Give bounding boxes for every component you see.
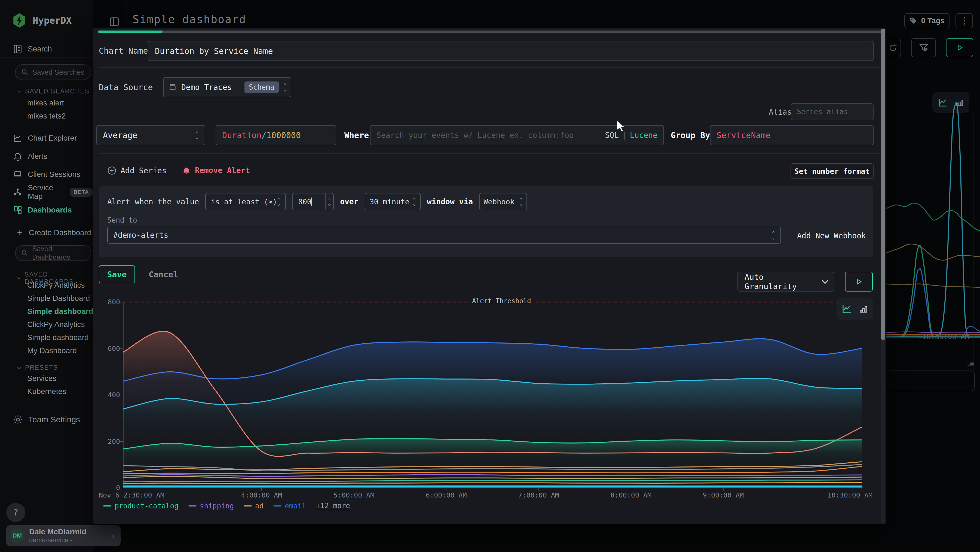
list-item[interactable]: Kubernetes xyxy=(0,385,93,398)
where-placeholder: Search your events w/ Lucene ex. column:… xyxy=(377,131,574,140)
sidebar-item-label: Dashboards xyxy=(28,206,72,214)
add-new-webhook-button[interactable]: Add New Webhook xyxy=(797,231,866,240)
filter-button[interactable] xyxy=(911,38,936,57)
group-by-input[interactable]: ServiceName xyxy=(710,125,873,145)
user-subtitle: demo-service - xyxy=(29,536,86,544)
list-item[interactable]: My Dashboard xyxy=(0,344,93,357)
plus-circle-icon xyxy=(107,166,117,175)
data-source-select[interactable]: Demo Traces Schema ⌃⌄ xyxy=(163,77,291,97)
kebab-icon: ⋮ xyxy=(960,16,969,26)
chevron-updown-icon: ⌃⌄ xyxy=(519,198,523,206)
where-label: Where xyxy=(344,131,369,140)
list-item[interactable]: ClickPy Analytics xyxy=(0,279,93,292)
sidebar-item-label: Team Settings xyxy=(28,415,80,424)
series-alias-input[interactable]: Series alias xyxy=(791,103,873,120)
chart-name-input[interactable]: Duration by Service Name xyxy=(148,41,873,61)
saved-dashboards-placeholder: Saved Dashboards xyxy=(32,245,91,262)
help-button[interactable]: ? xyxy=(6,503,25,522)
user-card[interactable]: DM Dale McDiarmid demo-service - › xyxy=(6,525,121,546)
saved-searches-placeholder: Saved Searches xyxy=(32,68,84,77)
presets-list: ServicesKubernetes xyxy=(0,372,93,398)
search-doc-icon xyxy=(13,44,23,54)
bell-icon xyxy=(13,151,23,161)
alert-prefix: Alert when the value xyxy=(107,197,199,206)
granularity-select[interactable]: Auto Granularity xyxy=(737,272,834,292)
create-dashboard-button[interactable]: Create Dashboard xyxy=(0,227,93,238)
saved-dashboards-input[interactable]: Saved Dashboards xyxy=(15,245,91,261)
legend-item: email xyxy=(273,502,306,510)
run-chart-button[interactable] xyxy=(845,272,873,292)
saved-searches-input[interactable]: Saved Searches xyxy=(15,64,91,80)
y-tick-label: 200 xyxy=(96,437,120,446)
send-to-label: Send to xyxy=(107,216,137,224)
legend-item: shipping xyxy=(188,502,234,510)
presets-header[interactable]: PRESETS xyxy=(16,364,58,371)
list-item[interactable]: Simple Dashboard xyxy=(0,292,93,305)
help-icon: ? xyxy=(13,507,18,518)
page-title: Simple dashboard xyxy=(132,13,246,26)
chevron-updown-icon: ⌃⌄ xyxy=(196,131,199,139)
legend-label: ad xyxy=(255,502,264,510)
webhook-select[interactable]: #demo-alerts ⌃⌄ xyxy=(107,227,781,244)
sidebar-item-team-settings[interactable]: Team Settings xyxy=(0,414,93,425)
alert-threshold-input[interactable]: 800 ⌃⌄ xyxy=(292,193,334,211)
number-spinner[interactable]: ⌃⌄ xyxy=(325,193,333,211)
tags-button[interactable]: 0 Tags xyxy=(904,13,950,28)
add-series-button[interactable]: Add Series xyxy=(107,166,167,175)
group-by-label: Group By xyxy=(671,131,710,140)
y-tick-mark xyxy=(120,348,123,349)
language-lucene[interactable]: Lucene xyxy=(630,131,657,140)
legend-label: email xyxy=(285,502,306,510)
sidebar-item-chart-explorer[interactable]: Chart Explorer xyxy=(0,133,93,144)
edit-chart-modal: Chart Name Duration by Service Name Data… xyxy=(93,28,886,524)
list-item[interactable]: ClickPy Analytics xyxy=(0,318,93,331)
chart-type-toggle[interactable] xyxy=(837,298,873,320)
sidebar-item-search[interactable]: Search xyxy=(0,44,93,54)
alert-condition-select[interactable]: is at least (≥) ⌃⌄ xyxy=(205,193,286,211)
modal-progress-value xyxy=(98,30,162,33)
sidebar-item-service-map[interactable]: Service Map BETA xyxy=(0,187,93,198)
sidebar-item-label: Search xyxy=(28,45,52,53)
x-tick-mark xyxy=(123,488,123,491)
alert-window-select[interactable]: 30 minute ⌃⌄ xyxy=(365,193,421,211)
more-options-button[interactable]: ⋮ xyxy=(956,13,973,28)
background-panel-edge xyxy=(973,113,974,370)
cancel-button[interactable]: Cancel xyxy=(149,265,178,283)
tag-icon xyxy=(909,17,917,25)
sidebar-item-dashboards[interactable]: Dashboards xyxy=(0,204,93,215)
x-tick-mark xyxy=(538,488,539,491)
chevron-updown-icon: ⌃⌄ xyxy=(772,231,775,239)
sidebar-item-alerts[interactable]: Alerts xyxy=(0,151,93,162)
alias-label: Alias xyxy=(769,108,792,116)
sidebar: HyperDX Search Saved Searches SAVED SEAR… xyxy=(0,0,93,552)
x-tick-mark xyxy=(354,488,354,491)
language-sql[interactable]: SQL xyxy=(605,131,619,140)
save-button[interactable]: Save xyxy=(99,265,135,283)
aggregation-select[interactable]: Average ⌃⌄ xyxy=(96,125,205,145)
alert-sentence: Alert when the value is at least (≥) ⌃⌄ … xyxy=(107,193,527,211)
legend-item[interactable]: +12 more xyxy=(316,502,350,510)
list-item[interactable]: mikes alert xyxy=(0,96,93,110)
list-item[interactable]: Simple dashboard xyxy=(0,305,93,318)
remove-alert-button[interactable]: Remove Alert xyxy=(182,166,250,175)
y-tick-mark xyxy=(120,395,123,395)
list-item[interactable]: mikes tets2 xyxy=(0,110,93,123)
set-number-format-button[interactable]: Set number format xyxy=(791,163,873,179)
saved-searches-header[interactable]: SAVED SEARCHES xyxy=(16,88,89,95)
modal-scrollbar-thumb[interactable] xyxy=(881,29,885,340)
x-tick-mark xyxy=(261,488,262,491)
run-query-button-bg[interactable] xyxy=(946,38,973,57)
list-item[interactable]: Services xyxy=(0,372,93,385)
modal-scrollbar[interactable] xyxy=(881,29,885,524)
brand[interactable]: HyperDX xyxy=(11,13,72,28)
x-tick-label: Nov 6 2:30:00 AM xyxy=(99,491,164,499)
chevron-updown-icon: ⌃⌄ xyxy=(413,198,416,206)
refresh-button[interactable] xyxy=(885,39,901,57)
x-tick-label: 4:00:00 AM xyxy=(241,491,282,499)
sidebar-item-client-sessions[interactable]: Client Sessions xyxy=(0,169,93,180)
mouse-cursor xyxy=(616,120,627,132)
formula-input[interactable]: Duration/1000000 xyxy=(216,125,336,145)
alert-channel-select[interactable]: Webhook ⌃⌄ xyxy=(479,193,527,211)
legend-label[interactable]: +12 more xyxy=(316,502,350,510)
list-item[interactable]: Simple dashboard xyxy=(0,331,93,344)
